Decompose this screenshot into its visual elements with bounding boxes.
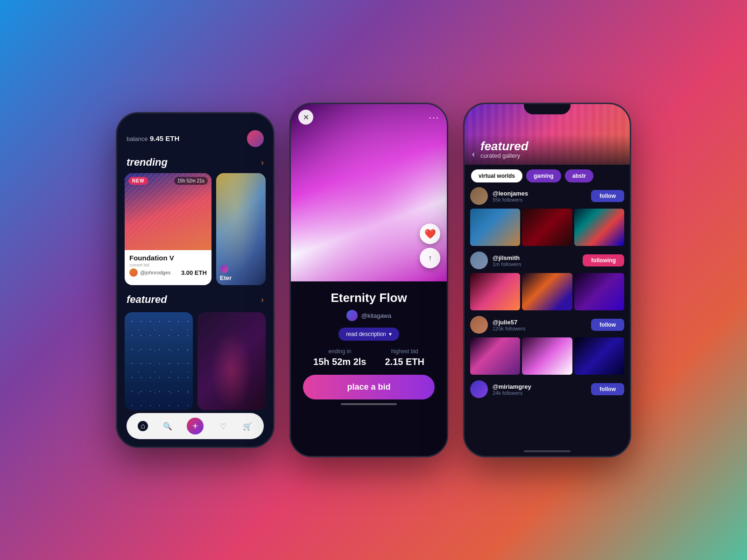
user-avatar[interactable]: [247, 130, 264, 147]
art-thumb[interactable]: [522, 273, 572, 310]
artist-avatar-4: [470, 380, 488, 398]
desc-button[interactable]: read description ▾: [338, 328, 399, 341]
phone-2: ✕ ··· ❤️ ↑ Eternity Flow @kitagawa read …: [289, 103, 448, 457]
artist-avatar-2: [470, 252, 488, 269]
user-avatar-sm: [129, 268, 138, 277]
p3-scroll[interactable]: @leonjames 55k followers follow @jilsmit…: [465, 187, 630, 448]
trending-chevron[interactable]: ›: [261, 158, 264, 168]
categories: virtual worlds gaming abstr: [465, 165, 630, 187]
artist-followers-2: 1m followers: [493, 261, 578, 267]
trending-title: trending: [127, 156, 168, 168]
artist-section-1: @leonjames 55k followers follow: [470, 187, 624, 246]
nav-search[interactable]: 🔍: [162, 421, 173, 431]
cat-gaming[interactable]: gaming: [526, 169, 561, 182]
artist-section-2: @jilsmith 1m followers following: [470, 252, 624, 310]
artist-avatar: [346, 310, 358, 321]
highest-value: 2.15 ETH: [385, 357, 424, 367]
nav-home[interactable]: ⌂: [138, 421, 148, 431]
bid-amount: 3.00 ETH: [181, 269, 207, 276]
artist-section-3: @julie57 125k followers follow: [470, 316, 624, 375]
card2-avatar: [220, 265, 228, 273]
artist-info-3: @julie57 125k followers: [493, 319, 586, 331]
curated-label: curated gallery: [480, 152, 622, 159]
featured-card-1[interactable]: [125, 312, 193, 410]
highest-bid-col: highest bid 2.15 ETH: [385, 348, 424, 367]
art-grid-1: [470, 209, 624, 246]
artist-name-2: @jilsmith: [493, 254, 578, 261]
p2-main-art: ✕ ··· ❤️ ↑: [291, 104, 447, 281]
header-text: featured curated gallery: [480, 140, 622, 159]
nav-add[interactable]: +: [187, 418, 204, 434]
art-thumb[interactable]: [470, 273, 520, 310]
featured-title: featured: [480, 140, 622, 152]
follow-btn-1[interactable]: follow: [591, 190, 624, 202]
trending-card-2[interactable]: Eter: [216, 173, 266, 285]
featured-chevron[interactable]: ›: [261, 295, 264, 305]
art-thumb[interactable]: [574, 209, 624, 246]
share-button[interactable]: ↑: [420, 248, 440, 268]
bid-row: @johnrodges 3.00 ETH: [129, 268, 207, 277]
balance-label: balance: [127, 135, 148, 142]
art-grid-3: [470, 337, 624, 375]
artist-followers-1: 55k followers: [493, 197, 586, 203]
notch: [524, 104, 571, 114]
artist-row-3: @julie57 125k followers follow: [470, 316, 624, 334]
back-button[interactable]: ‹: [472, 149, 475, 159]
bid-row: ending in 15h 52m 2ls highest bid 2.15 E…: [300, 348, 437, 367]
highest-label: highest bid: [385, 348, 424, 355]
art-thumb[interactable]: [470, 209, 520, 246]
home-indicator: [341, 403, 397, 405]
p2-info: Eternity Flow @kitagawa read description…: [291, 281, 447, 456]
follow-btn-4[interactable]: follow: [591, 383, 624, 395]
featured-card-2[interactable]: [197, 312, 266, 410]
art-thumb[interactable]: [574, 337, 624, 375]
phone-3: ‹ featured curated gallery virtual world…: [463, 103, 631, 457]
nav-cart[interactable]: 🛒: [242, 421, 253, 431]
featured-header: featured ›: [117, 290, 273, 310]
artist-row-4: @miriamgrey 24k followers follow: [470, 380, 624, 398]
artist-name-4: @miriamgrey: [493, 383, 586, 390]
header-overlay: ‹ featured curated gallery: [465, 134, 630, 165]
artist-row-1: @leonjames 55k followers follow: [470, 187, 624, 205]
more-button[interactable]: ···: [429, 112, 439, 123]
card2-label: Eter: [220, 274, 232, 281]
badge-new: NEW: [128, 177, 148, 185]
desc-label: read description: [346, 331, 386, 337]
art-thumb[interactable]: [470, 337, 520, 375]
card-image: NEW 15h 52m 21s: [125, 173, 211, 250]
phone-1: balance 9.45 ETH trending › NEW 15h 52m …: [116, 112, 275, 448]
art-thumb[interactable]: [574, 273, 624, 310]
card-info: Foundation V current bid @johnrodges 3.0…: [125, 250, 211, 285]
follow-btn-2[interactable]: following: [583, 254, 624, 266]
cat-abstract[interactable]: abstr: [565, 169, 593, 182]
nft-title: Eternity Flow: [300, 291, 437, 305]
artist-row-2: @jilsmith 1m followers following: [470, 252, 624, 269]
like-button[interactable]: ❤️: [420, 224, 440, 244]
artist-avatar-3: [470, 316, 488, 334]
artist-info-1: @leonjames 55k followers: [493, 190, 586, 203]
ending-col: ending in 15h 52m 2ls: [313, 348, 366, 367]
artist-row: @kitagawa: [300, 310, 437, 321]
art-thumb[interactable]: [522, 337, 572, 375]
artist-avatar-1: [470, 187, 488, 205]
ending-label: ending in: [313, 348, 366, 355]
artist-info-4: @miriamgrey 24k followers: [493, 383, 586, 396]
close-button[interactable]: ✕: [298, 110, 313, 125]
cat-virtual-worlds[interactable]: virtual worlds: [471, 169, 522, 182]
artist-name-3: @julie57: [493, 319, 586, 326]
artist-section-4: @miriamgrey 24k followers follow: [470, 380, 624, 398]
follow-btn-3[interactable]: follow: [591, 319, 624, 331]
trending-card-1[interactable]: NEW 15h 52m 21s Foundation V current bid…: [125, 173, 211, 285]
p1-header: balance 9.45 ETH: [117, 113, 273, 153]
art-grid-2: [470, 273, 624, 310]
nav-heart[interactable]: ♡: [218, 421, 228, 431]
artist-followers-3: 125k followers: [493, 326, 586, 331]
artist-name-1: @leonjames: [493, 190, 586, 197]
art-thumb[interactable]: [522, 209, 572, 246]
place-bid-button[interactable]: place a bid: [303, 375, 435, 399]
featured-row: [117, 312, 273, 410]
balance-section: balance 9.45 ETH: [127, 134, 179, 143]
artist-name: @kitagawa: [361, 312, 392, 319]
user-name: @johnrodges: [140, 270, 171, 275]
balance-value: 9.45 ETH: [150, 134, 179, 142]
